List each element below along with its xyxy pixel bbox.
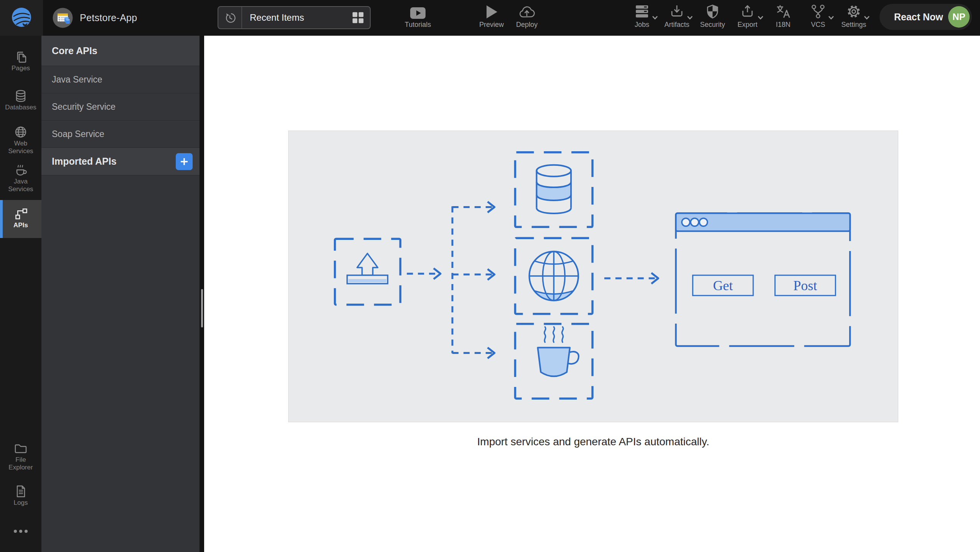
apis-connector-icon	[14, 207, 28, 221]
top-header-bar: Petstore-App Recent Items	[0, 0, 980, 36]
i18n-translate-icon	[775, 4, 791, 19]
main-content: Get Post Import services and generate AP…	[204, 36, 980, 552]
imported-apis-title: Imported APIs	[52, 156, 117, 167]
sidebar-label: APIs	[3, 221, 39, 229]
folder-icon	[14, 441, 28, 455]
history-segment[interactable]	[218, 7, 242, 28]
preview-icon	[485, 5, 498, 19]
sidebar-item-pages[interactable]: Pages	[0, 50, 41, 72]
upload-icon	[347, 253, 388, 284]
react-now-label: React Now	[894, 12, 943, 23]
panel-item-java-service[interactable]: Java Service	[41, 66, 200, 93]
post-label: Post	[794, 278, 817, 293]
sidebar-item-databases[interactable]: Databases	[0, 89, 41, 111]
sidebar-label: Databases	[3, 104, 39, 111]
add-imported-api-button[interactable]	[176, 153, 193, 170]
pages-icon	[14, 50, 28, 64]
user-avatar[interactable]: NP	[948, 6, 970, 28]
grid-view-icon[interactable]	[352, 12, 364, 24]
core-apis-section-header: Core APIs	[41, 36, 200, 66]
window-dot-icon	[700, 218, 708, 226]
tutorials-label: Tutorials	[393, 21, 443, 29]
database-icon	[14, 89, 28, 103]
empty-state-caption: Import services and generate APIs automa…	[288, 436, 898, 448]
ide-window: Petstore-App Recent Items	[0, 0, 980, 552]
more-dots-icon	[12, 528, 29, 535]
imported-apis-section-header: Imported APIs	[41, 148, 200, 175]
sidebar-more-button[interactable]	[0, 528, 41, 535]
sidebar-label: Java Services	[3, 178, 39, 193]
export-icon	[740, 4, 755, 19]
react-now-button[interactable]: React Now NP	[879, 4, 972, 30]
sidebar-item-apis[interactable]: APIs	[0, 200, 41, 238]
scrollbar-thumb[interactable]	[201, 289, 203, 327]
sidebar-item-web-services[interactable]: Web Services	[0, 125, 41, 155]
core-apis-title: Core APIs	[52, 45, 97, 56]
sidebar-label: Web Services	[3, 140, 39, 155]
sidebar-label: File Explorer	[3, 456, 39, 471]
tutorials-icon	[410, 7, 426, 19]
deploy-cloud-icon	[518, 5, 535, 19]
artifacts-download-icon	[669, 4, 685, 19]
database-cylinder-icon	[536, 165, 571, 213]
sidebar-item-logs[interactable]: Logs	[0, 484, 41, 507]
log-file-icon	[14, 484, 28, 498]
jobs-icon	[634, 4, 650, 19]
apis-panel: Core APIs Java Service Security Service …	[41, 36, 200, 552]
app-icon	[53, 8, 73, 28]
chevron-down-icon	[864, 15, 870, 20]
get-label: Get	[713, 278, 733, 293]
import-services-diagram: Get Post	[289, 131, 898, 422]
sidebar-item-file-explorer[interactable]: File Explorer	[0, 441, 41, 471]
plus-icon	[180, 157, 189, 166]
coffee-cup-icon	[14, 163, 28, 177]
security-shield-icon	[705, 4, 720, 19]
sidebar-item-java-services[interactable]: Java Services	[0, 163, 41, 193]
history-icon	[224, 12, 236, 23]
coffee-cup-icon-large	[538, 327, 579, 377]
recent-items-label: Recent Items	[242, 12, 352, 23]
panel-item-soap-service[interactable]: Soap Service	[41, 121, 200, 148]
brand-logo-button[interactable]	[0, 0, 43, 36]
wave-logo-icon	[10, 6, 33, 30]
window-dot-icon	[691, 218, 699, 226]
panel-resize-gutter[interactable]	[200, 36, 204, 552]
deploy-label: Deploy	[502, 21, 552, 29]
browser-window-illustration: Get Post	[676, 213, 850, 346]
recent-items-dropdown[interactable]: Recent Items	[218, 6, 371, 29]
window-dot-icon	[682, 218, 690, 226]
sidebar-label: Logs	[3, 499, 39, 507]
dashed-arrows	[407, 202, 658, 359]
deploy-button[interactable]: Deploy	[502, 0, 552, 29]
empty-state-illustration: Get Post	[288, 131, 898, 422]
tutorials-button[interactable]: Tutorials	[393, 0, 443, 29]
vcs-branch-icon	[810, 4, 826, 19]
app-icon-badge[interactable]	[53, 8, 73, 28]
panel-item-security-service[interactable]: Security Service	[41, 93, 200, 121]
app-title: Petstore-App	[80, 0, 137, 36]
settings-gear-icon	[846, 4, 861, 19]
settings-label: Settings	[829, 21, 879, 29]
settings-button[interactable]: Settings	[829, 0, 879, 29]
globe-icon	[14, 125, 28, 139]
sidebar-label: Pages	[3, 64, 39, 72]
globe-icon-large	[529, 251, 578, 301]
primary-sidebar: Pages Databases Web Services	[0, 36, 41, 552]
